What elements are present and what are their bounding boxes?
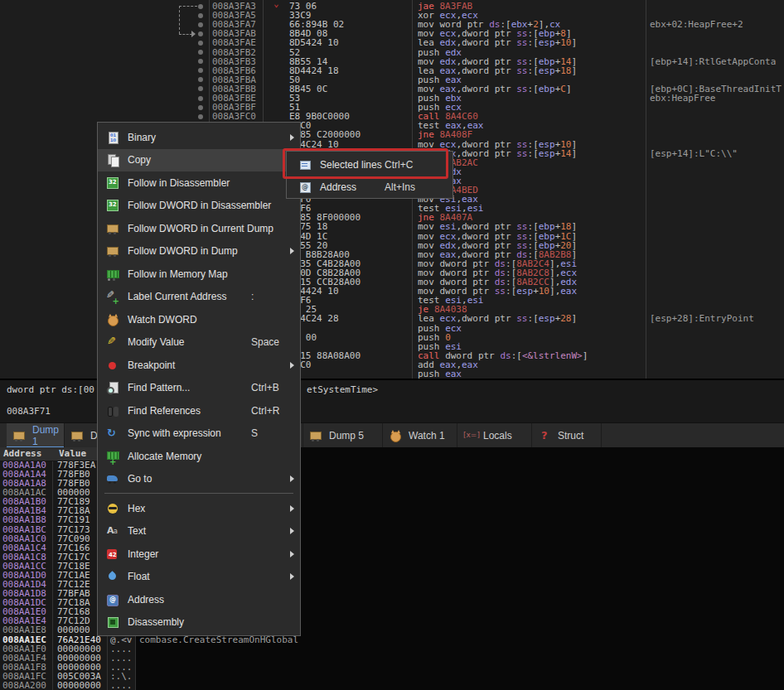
menu-item-label: Integer: [128, 548, 158, 560]
tab-locals[interactable]: Locals: [457, 423, 532, 448]
disasm-row[interactable]: 008A3FB252push edx: [0, 48, 784, 57]
menu-item-follow-dword-in-dump[interactable]: Follow DWORD in Dump: [98, 240, 300, 263]
menu-item-find-references[interactable]: Find ReferencesCtrl+R: [98, 399, 300, 422]
breakpoint-dot-icon[interactable]: [198, 13, 203, 18]
integer-icon: [106, 548, 119, 561]
menu-item-label: Disassembly: [128, 616, 184, 628]
breakpoint-dot-icon[interactable]: [198, 31, 203, 36]
breakpoint-dot-icon[interactable]: [198, 22, 203, 27]
submenu-item-address[interactable]: AddressAlt+Ins: [287, 176, 452, 198]
tab-dump-5[interactable]: Dump 5: [303, 423, 383, 448]
submenu-arrow-icon: [290, 573, 294, 580]
menu-item-label: Breakpoint: [128, 359, 175, 371]
breakpoint-dot-icon[interactable]: [198, 59, 203, 64]
menu-item-find-pattern[interactable]: Find Pattern...Ctrl+B: [98, 377, 300, 400]
address-column-header[interactable]: Address: [3, 447, 41, 461]
submenu-arrow-icon: [290, 362, 294, 369]
operand-info-text-right: etSystemTime>: [307, 384, 378, 395]
struct-icon: [538, 429, 551, 442]
disasm-row[interactable]: 008A3FB68D4424 18lea eax,dword ptr ss:[e…: [0, 66, 784, 75]
menu-item-label: Sync with expression: [128, 427, 221, 439]
dump-address: 008AA1F0: [2, 644, 46, 654]
menu-item-allocate-memory[interactable]: Allocate Memory: [98, 445, 300, 468]
menu-item-label-current-address[interactable]: Label Current Address:: [98, 286, 300, 309]
dump-icon: [309, 429, 322, 442]
tab-dump-1[interactable]: Dump 1: [7, 423, 65, 448]
menu-item-label: Float: [128, 571, 150, 582]
menu-item-label: Go to: [128, 473, 152, 485]
menu-item-watch-dword[interactable]: Watch DWORD: [98, 308, 300, 331]
breakpoint-dot-icon[interactable]: [198, 4, 203, 9]
menu-item-follow-in-memory-map[interactable]: Follow in Memory Map: [98, 263, 300, 286]
menu-item-shortcut: S: [251, 427, 258, 439]
memmap-icon: [106, 268, 119, 281]
tab-label: Watch 1: [409, 430, 445, 442]
menu-item-shortcut: Ctrl+B: [251, 382, 279, 393]
disasm-row[interactable]: 008A3FAE8D5424 10lea edx,dword ptr ss:[e…: [0, 38, 784, 47]
disasm-row[interactable]: ⌄008A3FA373 06jae 8A3FAB: [0, 2, 784, 11]
dump-value: 00000000: [57, 681, 101, 690]
binary-icon: [106, 131, 119, 144]
breakpoint-dot-icon[interactable]: [198, 41, 203, 46]
disasm-row[interactable]: 008A3FAB8B4D 08mov ecx,dword ptr ss:[ebp…: [0, 29, 784, 38]
dump-address: 008AA1E8: [2, 625, 46, 635]
breakpoint-dot-icon[interactable]: [198, 105, 203, 110]
menu-item-integer[interactable]: Integer: [98, 543, 300, 566]
dump-row[interactable]: 008AA1F000000000....: [0, 644, 784, 654]
disasm-row[interactable]: 008A3FBE53push ebxebx:HeapFree: [0, 94, 784, 103]
disasm-row[interactable]: 008A3FBF51push ecx: [0, 103, 784, 112]
breakpoint-dot-icon[interactable]: [198, 50, 203, 55]
submenu-arrow-icon: [290, 551, 294, 557]
label-icon: [106, 290, 119, 303]
menu-item-float[interactable]: Float: [98, 566, 300, 589]
menu-item-hex[interactable]: Hex: [98, 497, 300, 520]
breakpoint-dot-icon[interactable]: [198, 114, 203, 119]
float-icon: [106, 570, 119, 583]
dump-row[interactable]: 008AA20000000000....: [0, 681, 784, 690]
menu-item-label: Label Current Address: [128, 291, 226, 302]
menu-item-follow-dword-in-disassembler[interactable]: Follow DWORD in Disassembler: [98, 195, 300, 218]
tab-label: Dump 1: [32, 424, 64, 447]
menu-item-label: Copy: [128, 154, 151, 166]
findpattern-icon: [106, 381, 119, 394]
tab-watch-1[interactable]: Watch 1: [383, 423, 457, 448]
menu-item-breakpoint[interactable]: Breakpoint: [98, 354, 300, 377]
instruction-comment: ebx:HeapFree: [650, 94, 715, 103]
menu-item-shortcut: Ctrl+R: [251, 405, 279, 417]
menu-item-label: Hex: [128, 503, 145, 514]
menu-item-sync-with-expression[interactable]: Sync with expressionS: [98, 422, 300, 446]
menu-item-address[interactable]: Address: [98, 588, 300, 611]
menu-item-label: Follow in Memory Map: [128, 268, 228, 280]
menu-item-modify-value[interactable]: Modify ValueSpace: [98, 331, 300, 355]
breakpoint-dot-icon[interactable]: [198, 96, 203, 101]
submenu-arrow-icon: [290, 134, 294, 141]
menu-item-label: Address: [128, 594, 164, 606]
tab-struct[interactable]: Struct: [532, 423, 602, 448]
disasm-row[interactable]: 008A3FC0E8 9B0C0000call 8A4C60: [0, 112, 784, 121]
instruction-comment: [ebp+14]:RtlGetAppConta: [650, 57, 776, 66]
breakpoint-dot-icon[interactable]: [198, 77, 203, 82]
menu-item-text[interactable]: Text: [98, 520, 300, 543]
disasm-row[interactable]: 008A3FB38B55 14mov edx,dword ptr ss:[ebp…: [0, 57, 784, 66]
instruction-comment: ebx+02:HeapFree+2: [650, 20, 743, 29]
menu-item-go-to[interactable]: Go to: [98, 468, 300, 491]
context-menu: BinaryCopyFollow in DisassemblerFollow D…: [97, 122, 301, 636]
dump-ascii: @.<v: [110, 635, 133, 644]
x64dbg-window: ⌄008A3FA373 06jae 8A3FAB008A3FA533C9xor …: [0, 0, 784, 690]
breakpoint-dot-icon[interactable]: [198, 86, 203, 91]
menu-item-follow-dword-in-current-dump[interactable]: Follow DWORD in Current Dump: [98, 217, 300, 240]
menu-item-disassembly[interactable]: Disassembly: [98, 611, 300, 635]
submenu-arrow-icon: [290, 475, 294, 482]
instruction-address: 008A3FB2: [212, 48, 256, 57]
dump-value: 000000: [57, 625, 90, 635]
disasm-row[interactable]: 008A3FA766:894B 02mov word ptr ds:[ebx+2…: [0, 20, 784, 29]
menu-item-binary[interactable]: Binary: [98, 126, 300, 149]
value-column-header[interactable]: Value: [59, 447, 86, 461]
dump-row[interactable]: 008AA1EC76A21E40@.<vcombase.CreateStream…: [0, 635, 784, 644]
menu-item-copy[interactable]: Copy: [98, 149, 300, 172]
menu-item-follow-in-disassembler[interactable]: Follow in Disassembler: [98, 171, 300, 195]
menu-item-label: Find Pattern...: [128, 382, 190, 393]
menu-item-label: Modify Value: [128, 336, 184, 348]
breakpoint-dot-icon[interactable]: [198, 68, 203, 73]
instruction-bytes: 8D5424 10: [289, 38, 339, 47]
